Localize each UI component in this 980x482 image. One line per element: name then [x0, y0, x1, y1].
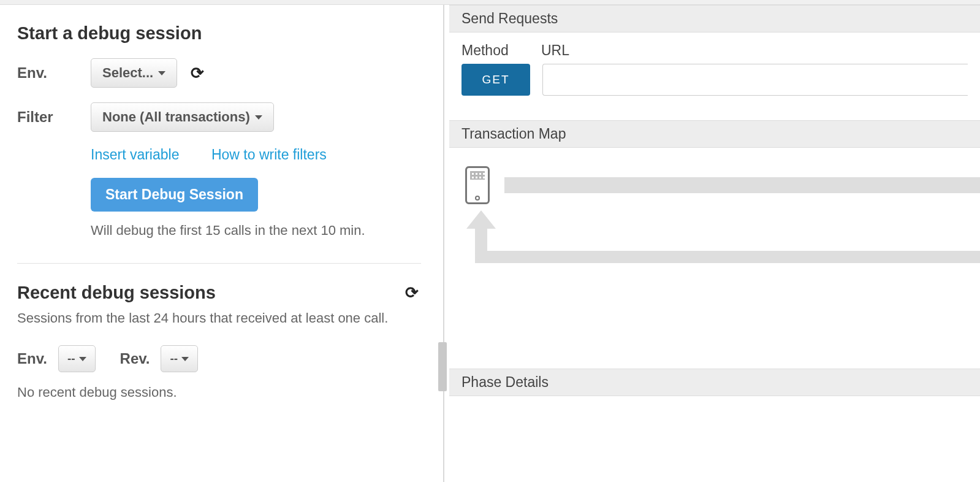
recent-rev-label: Rev.: [120, 350, 150, 367]
drag-handle[interactable]: [438, 342, 447, 391]
recent-refresh-button[interactable]: ⟳: [403, 282, 421, 303]
url-input[interactable]: [542, 64, 968, 96]
send-requests-body: Method URL GET: [449, 33, 980, 120]
debug-hint-text: Will debug the first 15 calls in the nex…: [91, 223, 421, 239]
divider-line: [443, 5, 444, 482]
arrow-bend: [475, 251, 980, 263]
left-panel: Start a debug session Env. Select... ⟳ F…: [0, 5, 438, 482]
http-method-button[interactable]: GET: [462, 64, 530, 96]
caret-down-icon: [79, 357, 86, 361]
start-row: Start Debug Session: [91, 178, 421, 212]
env-refresh-button[interactable]: ⟳: [188, 63, 207, 83]
panel-divider[interactable]: [438, 5, 449, 482]
method-label: Method: [462, 42, 541, 59]
arrow-up-icon: [466, 210, 496, 229]
start-debug-session-button[interactable]: Start Debug Session: [91, 178, 258, 212]
phase-details-body: [449, 396, 980, 482]
recent-rev-dropdown[interactable]: --: [161, 345, 198, 372]
recent-sessions-header: Recent debug sessions ⟳: [17, 282, 421, 303]
send-requests-header: Send Requests: [449, 5, 980, 33]
filter-controls: None (All transactions): [91, 102, 274, 132]
filter-select-value: None (All transactions): [102, 109, 250, 125]
env-controls: Select... ⟳: [91, 58, 207, 88]
send-controls-row: GET: [462, 64, 968, 96]
filter-label: Filter: [17, 109, 91, 126]
send-labels-row: Method URL: [462, 42, 968, 59]
env-select-dropdown[interactable]: Select...: [91, 58, 177, 88]
recent-env-dropdown[interactable]: --: [58, 345, 96, 372]
phase-details-header: Phase Details: [449, 369, 980, 396]
transaction-map-header: Transaction Map: [449, 120, 980, 148]
recent-env-label: Env.: [17, 350, 47, 367]
recent-env-value: --: [67, 352, 75, 365]
filter-links: Insert variable How to write filters: [91, 147, 421, 163]
recent-env-group: Env. --: [17, 345, 96, 372]
insert-variable-link[interactable]: Insert variable: [91, 147, 179, 163]
env-row: Env. Select... ⟳: [17, 58, 421, 88]
env-select-value: Select...: [102, 65, 153, 81]
recent-rev-value: --: [170, 352, 178, 365]
recent-sessions-description: Sessions from the last 24 hours that rec…: [17, 308, 397, 328]
start-session-title: Start a debug session: [17, 23, 421, 44]
refresh-icon: ⟳: [191, 65, 204, 81]
recent-filter-row: Env. -- Rev. --: [17, 345, 421, 372]
filter-select-dropdown[interactable]: None (All transactions): [91, 102, 274, 132]
recent-empty-message: No recent debug sessions.: [17, 384, 421, 400]
url-label: URL: [541, 42, 569, 59]
env-label: Env.: [17, 64, 91, 82]
right-panel: Send Requests Method URL GET Transaction…: [449, 5, 980, 482]
transaction-map-bar: [504, 177, 980, 193]
recent-rev-group: Rev. --: [120, 345, 199, 372]
caret-down-icon: [158, 71, 165, 75]
phone-icon: [465, 166, 490, 204]
recent-sessions-title: Recent debug sessions: [17, 283, 216, 303]
refresh-icon: ⟳: [405, 285, 419, 300]
top-border: [0, 0, 980, 5]
section-divider: [17, 263, 421, 264]
transaction-map-body: [449, 148, 980, 369]
main-container: Start a debug session Env. Select... ⟳ F…: [0, 5, 980, 482]
caret-down-icon: [255, 115, 262, 120]
filter-row: Filter None (All transactions): [17, 102, 421, 132]
caret-down-icon: [181, 357, 189, 361]
how-to-write-filters-link[interactable]: How to write filters: [211, 147, 327, 163]
